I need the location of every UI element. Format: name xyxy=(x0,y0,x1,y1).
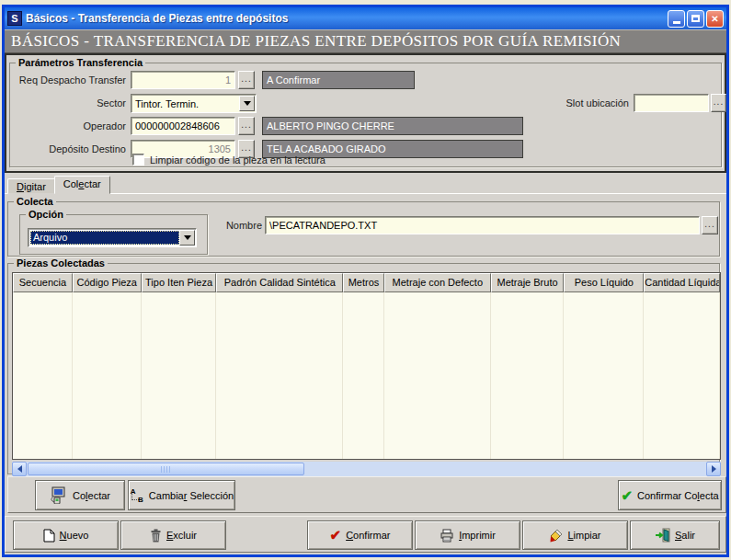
column-header-padron-calidad[interactable]: Padrón Calidad Sintética xyxy=(216,273,343,292)
cambiar-seleccion-button[interactable]: AB Cambiar Selección xyxy=(128,480,235,510)
maximize-icon[interactable] xyxy=(687,10,704,28)
opcion-combobox[interactable]: Arquivo xyxy=(28,228,197,247)
column-header-secuencia[interactable]: Secuencia xyxy=(13,273,73,292)
app-icon: S xyxy=(7,11,22,26)
horizontal-scrollbar[interactable] xyxy=(12,462,721,476)
nombre-field[interactable] xyxy=(265,216,700,234)
chevron-down-icon[interactable] xyxy=(239,96,255,111)
imprimir-button-label: Imprimir xyxy=(459,530,496,541)
column-header-peso-liquido[interactable]: Peso Líquido xyxy=(564,273,644,292)
column-header-cantidad-liquida[interactable]: Cantidad Líquida xyxy=(644,273,720,292)
close-icon[interactable]: ✕ xyxy=(706,10,724,28)
slot-label: Slot ubicación xyxy=(520,94,629,112)
params-panel: Parámetros Transferencia Req Despacho Tr… xyxy=(5,53,726,173)
column-header-metraje-con-defecto[interactable]: Metraje con Defecto xyxy=(384,273,491,292)
window-title: Básicos - Transferencia de Piezas entre … xyxy=(26,12,668,25)
piezas-group-title: Piezas Colectadas xyxy=(14,257,108,269)
req-despacho-status: A Confirmar xyxy=(262,71,415,89)
colecta-groupbox: Colecta Opción Arquivo Nombre ... xyxy=(7,201,720,257)
req-despacho-field[interactable] xyxy=(131,71,235,89)
slot-browse-button[interactable]: ... xyxy=(711,94,726,112)
nuevo-button[interactable]: Nuevo xyxy=(13,520,119,550)
colecta-group-title: Colecta xyxy=(14,196,56,207)
exit-door-icon xyxy=(655,528,670,543)
eraser-pencil-icon xyxy=(549,529,563,543)
limpiar-button[interactable]: Limpiar xyxy=(522,520,628,550)
nuevo-button-label: Nuevo xyxy=(60,530,89,541)
req-despacho-browse-button[interactable]: ... xyxy=(238,71,255,89)
limpiar-codigo-checkbox-label: Limpiar código de la pieza en la lectura xyxy=(150,151,389,169)
operador-field[interactable] xyxy=(131,117,235,135)
piezas-groupbox: Piezas Colectadas Secuencia Código Pieza… xyxy=(7,263,720,474)
bottom-toolbar: Nuevo Excluir ✔ Confirmar xyxy=(5,516,726,553)
scroll-right-icon[interactable] xyxy=(706,462,721,476)
scrollbar-thumb[interactable] xyxy=(28,463,304,475)
params-group-title: Parámetros Transferencia xyxy=(16,57,145,68)
title-bar[interactable]: S Básicos - Transferencia de Piezas entr… xyxy=(5,7,726,29)
trash-icon xyxy=(150,529,162,543)
new-page-icon xyxy=(43,529,55,543)
confirmar-button[interactable]: ✔ Confirmar xyxy=(307,520,413,550)
deposito-label: Depósito Destino xyxy=(10,140,126,158)
operador-browse-button[interactable]: ... xyxy=(238,117,255,135)
column-header-tipo-iten-pieza[interactable]: Tipo Iten Pieza xyxy=(142,273,217,292)
tab-bar: Digitar Colectar xyxy=(7,176,110,194)
column-header-metros[interactable]: Metros xyxy=(343,273,384,292)
scroll-left-icon[interactable] xyxy=(12,462,27,476)
piezas-table: Secuencia Código Pieza Tipo Iten Pieza P… xyxy=(12,272,721,460)
red-check-icon: ✔ xyxy=(330,529,342,542)
column-header-metraje-bruto[interactable]: Metraje Bruto xyxy=(491,273,565,292)
confirmar-colecta-button[interactable]: ✔ Confirmar Colecta xyxy=(618,480,722,510)
form-header: BÁSICOS - TRANSFERENCIA DE PIEZAS ENTRE … xyxy=(5,29,726,53)
excluir-button[interactable]: Excluir xyxy=(120,520,226,550)
piezas-table-header: Secuencia Código Pieza Tipo Iten Pieza P… xyxy=(13,273,720,292)
printer-icon xyxy=(440,529,454,543)
form-header-text: BÁSICOS - TRANSFERENCIA DE PIEZAS ENTRE … xyxy=(5,32,621,51)
nombre-label: Nombre xyxy=(188,216,262,234)
salir-button-label: Salir xyxy=(675,530,695,541)
colectar-tab-page: Colecta Opción Arquivo Nombre ... Piezas… xyxy=(5,193,726,477)
slot-field[interactable] xyxy=(634,94,709,112)
params-groupbox: Parámetros Transferencia Req Despacho Tr… xyxy=(9,63,722,167)
app-window: S Básicos - Transferencia de Piezas entr… xyxy=(2,5,729,557)
imprimir-button[interactable]: Imprimir xyxy=(415,520,520,550)
sector-label: Sector xyxy=(10,94,126,112)
excluir-button-label: Excluir xyxy=(166,530,197,541)
req-despacho-label: Req Despacho Transfer xyxy=(10,71,126,89)
minimize-icon[interactable] xyxy=(668,10,685,28)
colecta-toolbar: Colectar AB Cambiar Selección ✔ Confirma… xyxy=(7,476,726,513)
colectar-button-label: Colectar xyxy=(73,490,110,501)
opcion-groupbox: Opción Arquivo xyxy=(19,214,208,255)
opcion-selected-value: Arquivo xyxy=(30,231,179,245)
desktop-background: S Básicos - Transferencia de Piezas entr… xyxy=(0,0,731,560)
green-check-icon: ✔ xyxy=(621,489,633,502)
operador-status: ALBERTO PINGO CHERRE xyxy=(262,117,523,135)
operador-label: Operador xyxy=(10,117,126,135)
sector-combobox[interactable]: Tintor. Termin. xyxy=(131,94,257,113)
confirmar-button-label: Confirmar xyxy=(346,530,390,541)
salir-button[interactable]: Salir xyxy=(630,520,720,550)
opcion-group-title: Opción xyxy=(26,209,66,220)
tab-digitar[interactable]: Digitar xyxy=(7,178,55,194)
piezas-table-body[interactable] xyxy=(13,292,720,460)
swap-a-b-icon: AB xyxy=(130,488,144,503)
confirmar-colecta-button-label: Confirmar Colecta xyxy=(637,490,719,501)
cambiar-seleccion-button-label: Cambiar Selección xyxy=(149,490,234,501)
nombre-browse-button[interactable]: ... xyxy=(702,216,718,234)
tab-colectar[interactable]: Colectar xyxy=(54,176,110,194)
limpiar-codigo-checkbox[interactable] xyxy=(132,154,144,166)
data-collector-icon xyxy=(50,486,68,504)
column-header-codigo-pieza[interactable]: Código Pieza xyxy=(73,273,142,292)
colectar-button[interactable]: Colectar xyxy=(35,480,125,510)
sector-value: Tintor. Termin. xyxy=(131,98,239,109)
limpiar-button-label: Limpiar xyxy=(567,530,600,541)
